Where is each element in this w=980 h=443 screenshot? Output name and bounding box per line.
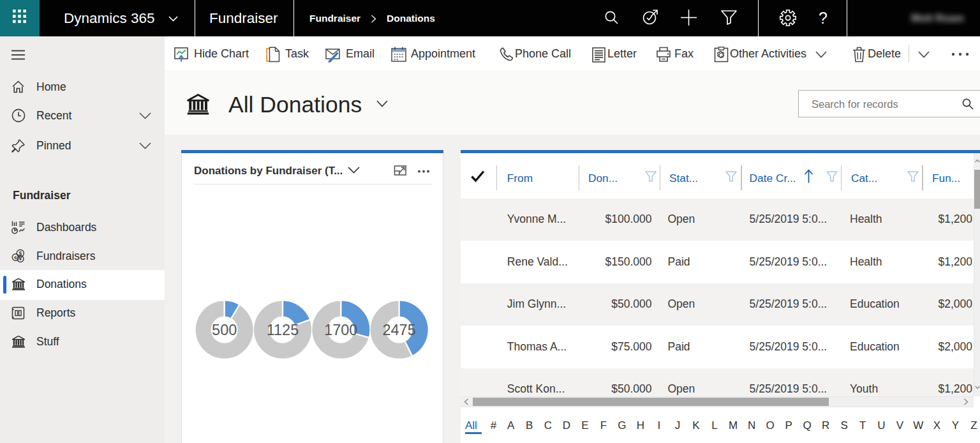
svg-text:500: 500 — [212, 322, 237, 338]
svg-text:$: $ — [19, 250, 22, 257]
svg-text:1125: 1125 — [267, 322, 299, 338]
svg-text:1700: 1700 — [324, 322, 357, 338]
svg-text:¥: ¥ — [19, 256, 22, 262]
svg-text:2475: 2475 — [382, 322, 415, 338]
svg-text:¢: ¢ — [14, 255, 17, 260]
